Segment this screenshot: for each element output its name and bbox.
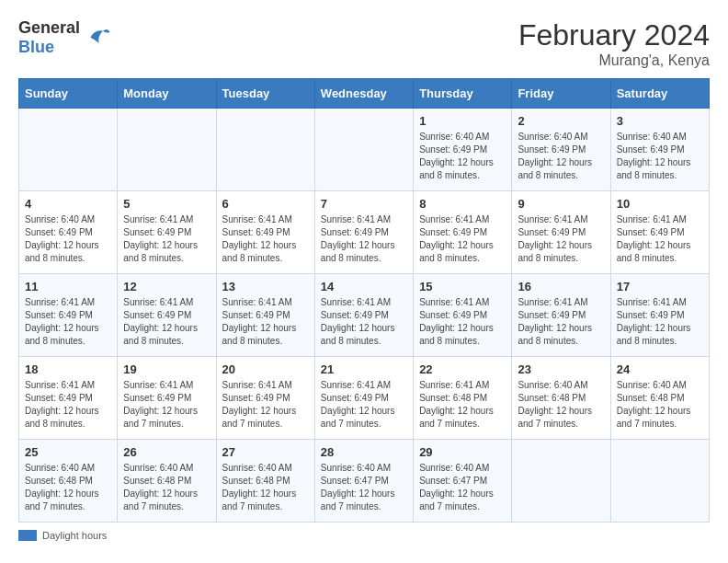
day-number: 3 [617,114,703,128]
calendar-subtitle: Murang'a, Kenya [518,52,710,69]
day-info: Sunrise: 6:41 AM Sunset: 6:49 PM Dayligh… [123,296,210,348]
daylight-color-box [18,530,37,541]
day-info: Sunrise: 6:41 AM Sunset: 6:49 PM Dayligh… [222,296,309,348]
calendar-cell: 3Sunrise: 6:40 AM Sunset: 6:49 PM Daylig… [610,109,709,191]
day-number: 25 [25,445,111,459]
calendar-cell: 19Sunrise: 6:41 AM Sunset: 6:49 PM Dayli… [118,357,216,440]
calendar-week-row: 11Sunrise: 6:41 AM Sunset: 6:49 PM Dayli… [19,274,710,357]
calendar-cell: 20Sunrise: 6:41 AM Sunset: 6:49 PM Dayli… [216,357,314,440]
day-number: 14 [321,280,407,293]
day-info: Sunrise: 6:41 AM Sunset: 6:49 PM Dayligh… [518,213,604,265]
calendar-cell: 28Sunrise: 6:40 AM Sunset: 6:47 PM Dayli… [314,440,413,523]
calendar-cell: 8Sunrise: 6:41 AM Sunset: 6:49 PM Daylig… [414,191,512,274]
calendar-title: February 2024 [518,18,710,52]
day-number: 27 [222,445,309,459]
calendar-cell: 18Sunrise: 6:41 AM Sunset: 6:49 PM Dayli… [19,357,118,440]
calendar-cell: 23Sunrise: 6:40 AM Sunset: 6:48 PM Dayli… [512,357,610,440]
day-number: 10 [617,197,703,211]
day-info: Sunrise: 6:41 AM Sunset: 6:49 PM Dayligh… [617,296,703,348]
calendar-week-row: 1Sunrise: 6:40 AM Sunset: 6:49 PM Daylig… [19,109,710,191]
calendar-cell: 5Sunrise: 6:41 AM Sunset: 6:49 PM Daylig… [118,191,216,274]
calendar-cell: 1Sunrise: 6:40 AM Sunset: 6:49 PM Daylig… [414,109,512,191]
calendar-cell: 14Sunrise: 6:41 AM Sunset: 6:49 PM Dayli… [314,274,413,357]
calendar-cell: 11Sunrise: 6:41 AM Sunset: 6:49 PM Dayli… [19,274,118,357]
day-number: 15 [419,280,506,293]
calendar-cell: 12Sunrise: 6:41 AM Sunset: 6:49 PM Dayli… [118,274,216,357]
day-info: Sunrise: 6:40 AM Sunset: 6:48 PM Dayligh… [222,462,309,513]
column-header-tuesday: Tuesday [216,79,314,109]
logo-general-text: General [18,18,80,38]
day-number: 18 [25,362,111,376]
day-info: Sunrise: 6:41 AM Sunset: 6:49 PM Dayligh… [419,213,506,265]
day-number: 6 [222,197,309,211]
daylight-label: Daylight hours [42,530,107,541]
calendar-cell: 9Sunrise: 6:41 AM Sunset: 6:49 PM Daylig… [512,191,610,274]
day-info: Sunrise: 6:41 AM Sunset: 6:49 PM Dayligh… [123,379,210,431]
day-info: Sunrise: 6:41 AM Sunset: 6:49 PM Dayligh… [25,379,111,431]
calendar-cell: 13Sunrise: 6:41 AM Sunset: 6:49 PM Dayli… [216,274,314,357]
day-info: Sunrise: 6:41 AM Sunset: 6:49 PM Dayligh… [617,213,703,265]
calendar-cell [512,440,610,523]
day-info: Sunrise: 6:40 AM Sunset: 6:49 PM Dayligh… [617,131,703,182]
day-info: Sunrise: 6:41 AM Sunset: 6:49 PM Dayligh… [222,379,309,431]
calendar-cell [610,440,709,523]
day-number: 4 [25,197,111,211]
calendar-cell: 15Sunrise: 6:41 AM Sunset: 6:49 PM Dayli… [414,274,512,357]
day-number: 11 [25,280,111,293]
logo-blue-text: Blue [18,38,80,57]
calendar-cell: 17Sunrise: 6:41 AM Sunset: 6:49 PM Dayli… [610,274,709,357]
day-number: 21 [321,362,407,376]
day-number: 2 [518,114,604,128]
day-info: Sunrise: 6:41 AM Sunset: 6:49 PM Dayligh… [25,296,111,348]
page-header: General Blue February 2024 Murang'a, Ken… [18,18,710,69]
day-info: Sunrise: 6:41 AM Sunset: 6:49 PM Dayligh… [321,213,407,265]
logo: General Blue [18,18,111,57]
day-number: 8 [419,197,506,211]
day-info: Sunrise: 6:41 AM Sunset: 6:49 PM Dayligh… [321,296,407,348]
day-info: Sunrise: 6:40 AM Sunset: 6:49 PM Dayligh… [518,131,604,182]
calendar-cell: 29Sunrise: 6:40 AM Sunset: 6:47 PM Dayli… [414,440,512,523]
day-number: 26 [123,445,210,459]
calendar-cell: 21Sunrise: 6:41 AM Sunset: 6:49 PM Dayli… [314,357,413,440]
day-info: Sunrise: 6:41 AM Sunset: 6:48 PM Dayligh… [419,379,506,431]
calendar-cell: 10Sunrise: 6:41 AM Sunset: 6:49 PM Dayli… [610,191,709,274]
day-number: 16 [518,280,604,293]
title-block: February 2024 Murang'a, Kenya [518,18,710,69]
calendar-cell [118,109,216,191]
day-info: Sunrise: 6:40 AM Sunset: 6:47 PM Dayligh… [321,462,407,513]
calendar-week-row: 18Sunrise: 6:41 AM Sunset: 6:49 PM Dayli… [19,357,710,440]
calendar-cell: 22Sunrise: 6:41 AM Sunset: 6:48 PM Dayli… [414,357,512,440]
day-info: Sunrise: 6:41 AM Sunset: 6:49 PM Dayligh… [419,296,506,348]
calendar-cell [216,109,314,191]
calendar-week-row: 25Sunrise: 6:40 AM Sunset: 6:48 PM Dayli… [19,440,710,523]
calendar-cell [314,109,413,191]
day-info: Sunrise: 6:40 AM Sunset: 6:49 PM Dayligh… [25,213,111,265]
day-number: 22 [419,362,506,376]
day-number: 7 [321,197,407,211]
calendar-week-row: 4Sunrise: 6:40 AM Sunset: 6:49 PM Daylig… [19,191,710,274]
day-number: 5 [123,197,210,211]
day-info: Sunrise: 6:41 AM Sunset: 6:49 PM Dayligh… [321,379,407,431]
calendar-cell: 2Sunrise: 6:40 AM Sunset: 6:49 PM Daylig… [512,109,610,191]
day-info: Sunrise: 6:40 AM Sunset: 6:48 PM Dayligh… [123,462,210,513]
day-number: 29 [419,445,506,459]
day-info: Sunrise: 6:40 AM Sunset: 6:48 PM Dayligh… [518,379,604,431]
day-number: 28 [321,445,407,459]
day-info: Sunrise: 6:41 AM Sunset: 6:49 PM Dayligh… [123,213,210,265]
day-number: 17 [617,280,703,293]
calendar-cell: 25Sunrise: 6:40 AM Sunset: 6:48 PM Dayli… [19,440,118,523]
day-number: 24 [617,362,703,376]
calendar-cell: 26Sunrise: 6:40 AM Sunset: 6:48 PM Dayli… [118,440,216,523]
calendar-cell: 4Sunrise: 6:40 AM Sunset: 6:49 PM Daylig… [19,191,118,274]
day-info: Sunrise: 6:40 AM Sunset: 6:47 PM Dayligh… [419,462,506,513]
calendar-cell: 24Sunrise: 6:40 AM Sunset: 6:48 PM Dayli… [610,357,709,440]
calendar-cell [19,109,118,191]
column-header-thursday: Thursday [414,79,512,109]
column-header-friday: Friday [512,79,610,109]
day-number: 13 [222,280,309,293]
calendar-cell: 6Sunrise: 6:41 AM Sunset: 6:49 PM Daylig… [216,191,314,274]
calendar-cell: 16Sunrise: 6:41 AM Sunset: 6:49 PM Dayli… [512,274,610,357]
day-info: Sunrise: 6:40 AM Sunset: 6:48 PM Dayligh… [25,462,111,513]
day-number: 20 [222,362,309,376]
day-number: 23 [518,362,604,376]
